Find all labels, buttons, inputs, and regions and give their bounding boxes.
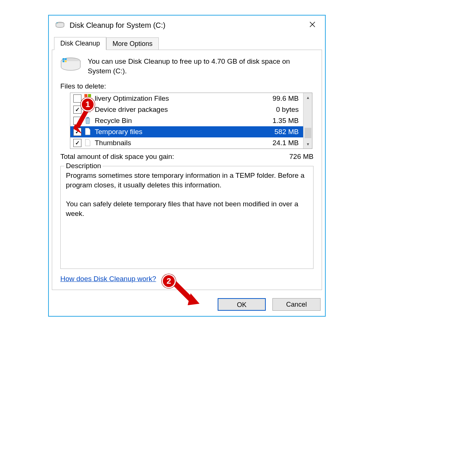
- file-size: 0 bytes: [268, 106, 301, 114]
- svg-rect-3: [57, 23, 57, 24]
- file-row[interactable]: Thumbnails 24.1 MB: [70, 137, 303, 149]
- file-row-selected[interactable]: Temporary files 582 MB: [70, 126, 303, 137]
- svg-rect-9: [63, 58, 64, 60]
- file-row[interactable]: Device driver packages 0 bytes: [70, 104, 303, 115]
- scroll-down-icon[interactable]: ▾: [304, 140, 312, 149]
- file-size: 24.1 MB: [268, 139, 301, 147]
- disk-cleanup-icon: [56, 22, 64, 29]
- svg-rect-10: [65, 58, 67, 60]
- file-name: livery Optimization Files: [95, 94, 268, 103]
- description-body: Programs sometimes store temporary infor…: [66, 171, 308, 263]
- file-row[interactable]: livery Optimization Files 99.6 MB: [70, 93, 303, 104]
- svg-rect-14: [88, 94, 91, 97]
- cleanup-panel: 1 You can use Disk Cleanup to free up to…: [52, 50, 322, 290]
- file-row[interactable]: Recycle Bin 1.35 MB: [70, 115, 303, 126]
- scrollbar[interactable]: ▴ ▾: [303, 93, 312, 149]
- close-button[interactable]: [304, 19, 321, 31]
- checkbox[interactable]: [73, 139, 81, 147]
- scroll-thumb[interactable]: [305, 128, 311, 138]
- annotation-arrow-1: [74, 109, 94, 134]
- scroll-up-icon[interactable]: ▴: [304, 93, 312, 102]
- disk-cleanup-dialog: Disk Cleanup for System (C:) Disk Cleanu…: [48, 15, 326, 317]
- intro-text: You can use Disk Cleanup to free up to 4…: [88, 57, 314, 76]
- svg-rect-11: [63, 60, 64, 62]
- drive-icon: [60, 57, 81, 73]
- file-size: 99.6 MB: [268, 94, 301, 103]
- titlebar: Disk Cleanup for System (C:): [49, 16, 325, 35]
- svg-rect-13: [84, 94, 87, 97]
- file-name: Thumbnails: [95, 139, 268, 147]
- annotation-badge-1: 1: [81, 97, 95, 111]
- file-name: Recycle Bin: [95, 117, 268, 125]
- svg-rect-2: [57, 23, 58, 23]
- help-link[interactable]: How does Disk Cleanup work?: [60, 275, 156, 283]
- checkbox[interactable]: [73, 94, 81, 103]
- total-label: Total amount of disk space you gain:: [60, 153, 174, 161]
- file-name: Device driver packages: [95, 106, 268, 114]
- total-value: 726 MB: [289, 153, 314, 161]
- tab-more-options[interactable]: More Options: [106, 37, 159, 50]
- description-legend: Description: [64, 162, 103, 170]
- ok-button[interactable]: OK: [218, 298, 266, 311]
- file-size: 1.35 MB: [268, 117, 301, 125]
- tab-disk-cleanup[interactable]: Disk Cleanup: [54, 37, 106, 50]
- window-title: Disk Cleanup for System (C:): [70, 21, 304, 30]
- files-to-delete-label: Files to delete:: [60, 82, 314, 90]
- tabbar: Disk Cleanup More Options: [54, 37, 325, 50]
- description-group: Description Programs sometimes store tem…: [60, 166, 314, 269]
- cancel-button[interactable]: Cancel: [272, 298, 321, 311]
- file-list: livery Optimization Files 99.6 MB Device…: [70, 93, 312, 149]
- document-icon: [84, 139, 92, 147]
- svg-rect-4: [57, 23, 58, 24]
- svg-rect-1: [57, 23, 57, 23]
- svg-rect-12: [65, 60, 67, 62]
- file-name: Temporary files: [95, 128, 268, 136]
- file-size: 582 MB: [268, 128, 301, 136]
